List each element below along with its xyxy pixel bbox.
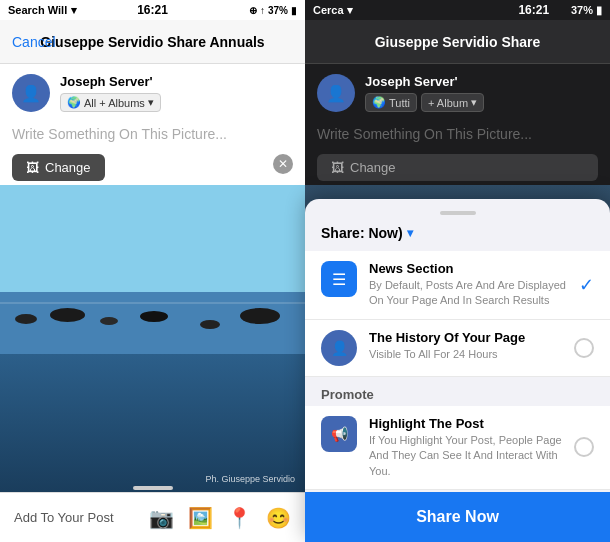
globe-icon-right: 🌍: [372, 96, 386, 109]
sheet-title-arrow[interactable]: ▾: [407, 226, 413, 240]
change-btn-area: 🖼 Change ✕: [12, 154, 293, 181]
sheet-handle: [440, 211, 476, 215]
sheet-title: Share: Now): [321, 225, 403, 241]
time-right: 16:21: [518, 3, 549, 17]
news-item-text: News Section By Default, Posts Are And A…: [369, 261, 567, 309]
location-icon: ⊕: [249, 5, 257, 16]
scroll-indicator-left: [133, 486, 173, 490]
highlight-icon: 📢: [321, 416, 357, 452]
avatar-icon-left: 👤: [21, 84, 41, 103]
audience-label-left: All + Albums: [84, 97, 145, 109]
change-label-right: Change: [350, 160, 396, 175]
bottom-icons-left: 📷 🖼️ 📍 😊: [149, 506, 291, 530]
news-item-subtitle: By Default, Posts Are And Are Displayed …: [369, 278, 567, 309]
avatar-left: 👤: [12, 74, 50, 112]
sheet-item-news[interactable]: ☰ News Section By Default, Posts Are And…: [305, 251, 610, 320]
globe-icon-left: 🌍: [67, 96, 81, 109]
bottom-bar-left: Add To Your Post 📷 🖼️ 📍 😊: [0, 492, 305, 542]
emoji-icon-left[interactable]: 😊: [266, 506, 291, 530]
rock-5: [200, 320, 220, 329]
cancel-button[interactable]: Cancel: [12, 34, 56, 50]
wifi-right-icon: ▾: [347, 4, 353, 16]
sea-photo: [0, 185, 305, 492]
right-status-right: 37% ▮: [571, 4, 602, 17]
left-panel: Search Will ▾ 16:21 ⊕ ↑ 37% ▮ Cancel Giu…: [0, 0, 305, 542]
news-icon-symbol: ☰: [332, 270, 346, 289]
sheet-item-history[interactable]: 👤 The History Of Your Page Visible To Al…: [305, 320, 610, 377]
horizon-line: [0, 302, 305, 304]
nav-title-left: Giuseppe Servidio Share Annuals: [40, 34, 264, 50]
change-button-right[interactable]: 🖼 Change: [317, 154, 598, 181]
audience-button-right[interactable]: 🌍 Tutti: [365, 93, 417, 112]
add-to-post-label: Add To Your Post: [14, 510, 133, 525]
post-header-left: 👤 Joseph Server' 🌍 All + Albums ▾: [0, 64, 305, 118]
sheet-title-row: Share: Now) ▾: [305, 225, 610, 251]
audience-arrow-left: ▾: [148, 96, 154, 109]
history-radio[interactable]: [574, 338, 594, 358]
history-item-subtitle: Visible To All For 24 Hours: [369, 347, 562, 362]
photo-credit-left: Ph. Giuseppe Servidio: [205, 474, 295, 484]
post-header-right: 👤 Joseph Server' 🌍 Tutti + Album ▾: [305, 64, 610, 118]
wifi-icon: ▾: [71, 4, 77, 17]
history-item-text: The History Of Your Page Visible To All …: [369, 330, 562, 362]
location-pin-icon-left[interactable]: 📍: [227, 506, 252, 530]
nav-title-right: Giuseppe Servidio Share: [375, 34, 541, 50]
avatar-right: 👤: [317, 74, 355, 112]
gallery-icon-left[interactable]: 🖼️: [188, 506, 213, 530]
album-arrow: ▾: [471, 96, 477, 109]
highlight-item-subtitle: If You Highlight Your Post, People Page …: [369, 433, 562, 479]
album-button-right[interactable]: + Album ▾: [421, 93, 484, 112]
rock-2: [50, 308, 85, 322]
history-item-title: The History Of Your Page: [369, 330, 562, 345]
right-panel: Cerca ▾ 16:21 37% ▮ Giuseppe Servidio Sh…: [305, 0, 610, 542]
history-icon-symbol: 👤: [331, 340, 348, 356]
camera-icon-left[interactable]: 📷: [149, 506, 174, 530]
carrier-right: Cerca: [313, 4, 344, 16]
post-header-info-left: Joseph Server' 🌍 All + Albums ▾: [60, 74, 161, 112]
share-now-button[interactable]: Share Now: [305, 492, 610, 542]
change-label-left: Change: [45, 160, 91, 175]
promote-section-label: Promote: [305, 377, 610, 406]
highlight-item-title: Highlight The Post: [369, 416, 562, 431]
rock-3: [100, 317, 118, 325]
megaphone-icon-symbol: 📢: [331, 426, 348, 442]
sheet-item-highlight[interactable]: 📢 Highlight The Post If You Highlight Yo…: [305, 406, 610, 490]
battery-left: 37%: [268, 5, 288, 16]
rock-4: [140, 311, 168, 322]
carrier-right-group: Cerca ▾: [313, 4, 353, 17]
nav-bar-right: Giuseppe Servidio Share: [305, 20, 610, 64]
nav-bar-left: Cancel Giuseppe Servidio Share Annuals: [0, 20, 305, 64]
left-status-info: Search Will ▾: [8, 4, 77, 17]
highlight-item-text: Highlight The Post If You Highlight Your…: [369, 416, 562, 479]
close-button-left[interactable]: ✕: [273, 154, 293, 174]
rock-1: [15, 314, 37, 324]
battery-icon-right: ▮: [596, 4, 602, 16]
status-bar-left: Search Will ▾ 16:21 ⊕ ↑ 37% ▮: [0, 0, 305, 20]
news-icon: ☰: [321, 261, 357, 297]
write-placeholder-right[interactable]: Write Something On This Picture...: [305, 118, 610, 150]
photo-area-left: Ph. Giuseppe Servidio: [0, 185, 305, 492]
album-label: + Album: [428, 97, 468, 109]
audience-button-left[interactable]: 🌍 All + Albums ▾: [60, 93, 161, 112]
share-sheet: Share: Now) ▾ ☰ News Section By Default,…: [305, 199, 610, 542]
post-header-info-right: Joseph Server' 🌍 Tutti + Album ▾: [365, 74, 484, 112]
news-item-title: News Section: [369, 261, 567, 276]
image-icon-right: 🖼: [331, 160, 344, 175]
history-avatar-icon: 👤: [321, 330, 357, 366]
carrier-left: Search Will: [8, 4, 67, 16]
post-user-name-left: Joseph Server': [60, 74, 161, 89]
audience-buttons-right: 🌍 Tutti + Album ▾: [365, 93, 484, 112]
highlight-radio[interactable]: [574, 437, 594, 457]
battery-icon-left: ▮: [291, 5, 297, 16]
arrow-icon: ↑: [260, 5, 265, 16]
post-user-name-right: Joseph Server': [365, 74, 484, 89]
change-button-left[interactable]: 🖼 Change: [12, 154, 105, 181]
news-check-icon: ✓: [579, 274, 594, 296]
battery-right: 37%: [571, 4, 593, 16]
avatar-icon-right: 👤: [326, 84, 346, 103]
right-status-left: ⊕ ↑ 37% ▮: [249, 5, 297, 16]
status-bar-right: Cerca ▾ 16:21 37% ▮: [305, 0, 610, 20]
image-icon-left: 🖼: [26, 160, 39, 175]
rock-6: [240, 308, 280, 324]
write-placeholder-left[interactable]: Write Something On This Picture...: [0, 118, 305, 150]
